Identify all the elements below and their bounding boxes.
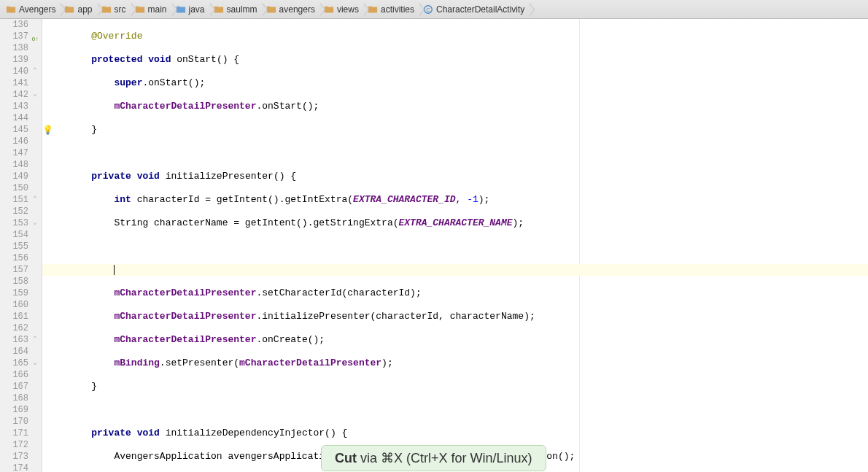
line-number[interactable]: 149: [0, 171, 28, 182]
fold-start-icon[interactable]: ⌄: [31, 90, 39, 98]
code-line[interactable]: [69, 404, 868, 416]
crumb-label: Avengers: [19, 4, 55, 15]
line-number[interactable]: 154: [0, 229, 28, 241]
override-marker-icon[interactable]: O↑: [31, 34, 39, 45]
code-line[interactable]: mCharacterDetailPresenter.onStart();: [69, 101, 868, 112]
line-number[interactable]: 156: [0, 252, 28, 264]
breadcrumb-class[interactable]: C CharacterDetailActivity: [420, 0, 530, 18]
breadcrumb-app[interactable]: app: [61, 0, 98, 18]
breadcrumb-activities[interactable]: activities: [365, 0, 420, 18]
line-number-gutter[interactable]: 136 137O↑ 138 139 140⌃ 141 142⌄ 143 144 …: [0, 19, 42, 472]
crumb-label: app: [77, 4, 92, 15]
code-line[interactable]: }: [69, 381, 868, 392]
class-icon: C: [423, 4, 433, 15]
crumb-label: views: [337, 4, 359, 15]
line-number[interactable]: 160: [0, 299, 28, 311]
fold-end-icon[interactable]: ⌃: [31, 196, 39, 203]
line-number[interactable]: 168: [0, 392, 28, 404]
line-number[interactable]: 174: [0, 463, 28, 472]
fold-start-icon[interactable]: ⌄: [31, 219, 39, 226]
line-number[interactable]: 138: [0, 42, 28, 54]
crumb-label: CharacterDetailActivity: [436, 4, 524, 15]
code-line[interactable]: private void initializeDependencyInjecto…: [69, 427, 868, 439]
line-number[interactable]: 171: [0, 427, 28, 439]
breadcrumb-saulmm[interactable]: saulmm: [211, 0, 263, 18]
crumb-label: main: [148, 4, 167, 15]
line-number[interactable]: 172: [0, 439, 28, 451]
svg-text:C: C: [426, 6, 430, 12]
line-number[interactable]: 144: [0, 112, 28, 124]
breadcrumb-avengers-pkg[interactable]: avengers: [263, 0, 321, 18]
fold-start-icon[interactable]: ⌄: [31, 359, 39, 366]
breadcrumb-main[interactable]: main: [132, 0, 173, 18]
line-number[interactable]: 143: [0, 101, 28, 112]
line-number[interactable]: 153⌄: [0, 217, 28, 229]
code-line[interactable]: mBinding.setPresenter(mCharacterDetailPr…: [69, 357, 868, 369]
folder-icon: [6, 4, 16, 15]
folder-src-icon: [176, 4, 186, 15]
folder-icon: [266, 4, 276, 15]
folder-icon: [214, 4, 224, 15]
breadcrumb-java[interactable]: java: [173, 0, 211, 18]
line-number[interactable]: 145💡: [0, 124, 28, 136]
line-number[interactable]: 141: [0, 77, 28, 89]
code-line[interactable]: mCharacterDetailPresenter.setCharacterId…: [69, 287, 868, 299]
breadcrumb-src[interactable]: src: [98, 0, 132, 18]
code-line[interactable]: mCharacterDetailPresenter.initializePres…: [69, 311, 868, 322]
crumb-label: avengers: [279, 4, 315, 15]
line-number[interactable]: 152: [0, 206, 28, 217]
code-line[interactable]: private void initializePresenter() {: [69, 171, 868, 182]
code-line[interactable]: [69, 147, 868, 159]
code-line[interactable]: int characterId = getIntent().getIntExtr…: [69, 194, 868, 206]
text-caret: [114, 265, 115, 275]
crumb-label: java: [189, 4, 205, 15]
line-number[interactable]: 163⌃: [0, 334, 28, 346]
fold-end-icon[interactable]: ⌃: [31, 67, 39, 74]
code-line[interactable]: protected void onStart() {: [69, 54, 868, 66]
code-line[interactable]: [69, 241, 868, 252]
line-number[interactable]: 161: [0, 311, 28, 322]
line-number[interactable]: 165⌄: [0, 357, 28, 369]
line-number[interactable]: 155: [0, 241, 28, 252]
code-line[interactable]: }: [69, 124, 868, 136]
tooltip-action: Cut: [335, 451, 357, 465]
line-number[interactable]: 136: [0, 19, 28, 31]
folder-icon: [324, 4, 334, 15]
folder-icon: [101, 4, 112, 15]
line-number[interactable]: 151⌃: [0, 194, 28, 206]
crumb-label: src: [115, 4, 126, 15]
line-number[interactable]: 142⌄: [0, 89, 28, 101]
line-number[interactable]: 169: [0, 404, 28, 416]
line-number[interactable]: 158: [0, 276, 28, 287]
line-number[interactable]: 166: [0, 369, 28, 381]
line-number[interactable]: 167: [0, 381, 28, 392]
line-number[interactable]: 170: [0, 416, 28, 427]
line-number[interactable]: 173: [0, 451, 28, 463]
folder-icon: [368, 4, 378, 15]
breadcrumb-views[interactable]: views: [321, 0, 365, 18]
line-number[interactable]: 146: [0, 136, 28, 147]
fold-end-icon[interactable]: ⌃: [31, 336, 39, 343]
line-number[interactable]: 148: [0, 159, 28, 171]
line-number[interactable]: 150: [0, 182, 28, 194]
code-line[interactable]: String characterName = getIntent().getSt…: [69, 217, 868, 229]
line-number[interactable]: 164: [0, 346, 28, 357]
editor-pane[interactable]: 136 137O↑ 138 139 140⌃ 141 142⌄ 143 144 …: [0, 19, 868, 472]
line-number[interactable]: 159: [0, 287, 28, 299]
line-number[interactable]: 139: [0, 54, 28, 66]
line-number[interactable]: 147: [0, 147, 28, 159]
code-line[interactable]: mCharacterDetailPresenter.onCreate();: [69, 334, 868, 346]
line-number[interactable]: 137O↑: [0, 31, 28, 42]
code-area[interactable]: @Override protected void onStart() { sup…: [42, 19, 868, 472]
tooltip-shortcut: via ⌘X (Ctrl+X for Win/Linux): [357, 451, 532, 465]
line-number[interactable]: 140⌃: [0, 66, 28, 77]
folder-icon: [135, 4, 145, 15]
breadcrumb-avengers[interactable]: Avengers: [3, 0, 61, 18]
code-line[interactable]: @Override: [69, 31, 868, 42]
line-number[interactable]: 162: [0, 322, 28, 334]
line-number[interactable]: 157: [0, 264, 28, 276]
breadcrumb-bar: Avengers app src main java saulmm avenge…: [0, 0, 868, 19]
shortcut-tooltip: Cut via ⌘X (Ctrl+X for Win/Linux): [321, 445, 546, 471]
code-line[interactable]: super.onStart();: [69, 77, 868, 89]
code-line-current[interactable]: [42, 264, 868, 276]
